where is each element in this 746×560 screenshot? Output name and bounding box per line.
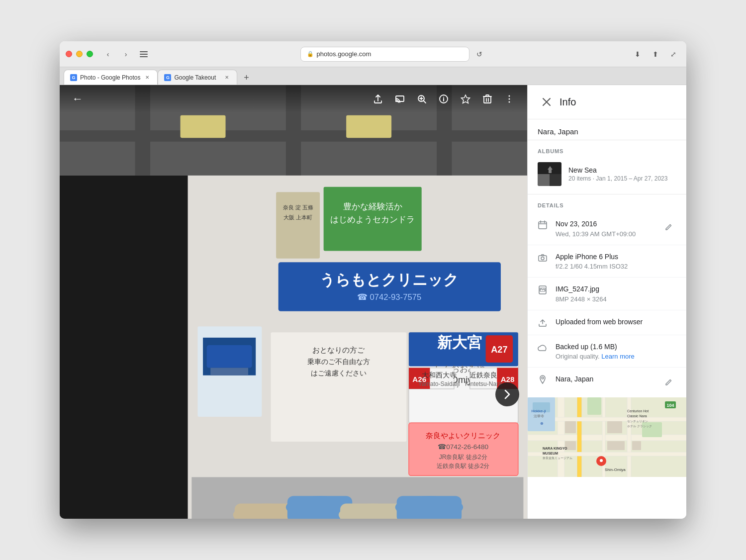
details-section-label: DETAILS [528, 194, 686, 212]
svg-rect-91 [538, 174, 550, 186]
titlebar: ‹ › 🔒 photos.google.com ↺ ⬇ ⬆ ⤢ [60, 41, 686, 67]
backup-detail-content: Backed up (1.6 MB) Original quality. Lea… [556, 342, 676, 361]
address-bar[interactable]: 🔒 photos.google.com [300, 47, 469, 62]
close-icon [542, 97, 551, 106]
svg-rect-114 [565, 421, 576, 433]
photo-viewer: ← [60, 85, 527, 519]
svg-text:近鉄奈良: 近鉄奈良 [469, 372, 497, 379]
info-close-button[interactable] [538, 93, 556, 111]
svg-rect-76 [340, 503, 405, 519]
calendar-icon [538, 220, 548, 230]
minimize-button[interactable] [76, 51, 83, 57]
svg-text:奈良金魚ミュージアム: 奈良金魚ミュージアム [543, 456, 572, 460]
date-edit-button[interactable] [660, 219, 676, 235]
info-header: Info [528, 85, 686, 119]
tab-close-photos[interactable]: ✕ [143, 74, 151, 82]
photo-image-area: 豊かな経験活か はじめようセカンドラ うらもとクリニック ☎ 0742-93-7… [60, 85, 527, 519]
tabs-bar: G Photo - Google Photos ✕ G Google Takeo… [60, 67, 686, 85]
svg-text:Yamato-Saidaiji: Yamato-Saidaiji [418, 380, 460, 387]
svg-rect-2 [140, 56, 148, 57]
tab-favicon-photos: G [70, 74, 77, 81]
svg-point-11 [509, 101, 510, 103]
album-item[interactable]: New Sea 20 items · Jan 1, 2015 – Apr 27,… [528, 158, 686, 194]
svg-rect-112 [607, 441, 625, 450]
date-primary: Nov 23, 2016 [556, 219, 653, 229]
svg-rect-1 [140, 54, 148, 55]
album-meta: 20 items · Jan 1, 2015 – Apr 27, 2023 [568, 175, 667, 182]
tab-close-takeout[interactable]: ✕ [223, 74, 231, 82]
address-bar-container: 🔒 photos.google.com ↺ [159, 47, 627, 62]
svg-text:大和西大寺: 大和西大寺 [422, 372, 457, 379]
cast-button[interactable] [390, 89, 410, 109]
photo-next-button[interactable] [495, 382, 519, 406]
info-panel: Info Nara, Japan ALBUMS [527, 85, 686, 519]
detail-row-location: Nara, Japan [528, 368, 686, 397]
map-area[interactable]: Hokke-ji 法華寺 ⊕ NARA KINGYO MUSEUM 奈良金魚ミュ… [528, 397, 686, 477]
tab-favicon-takeout: G [164, 74, 171, 81]
browser-window: ‹ › 🔒 photos.google.com ↺ ⬇ ⬆ ⤢ G [60, 41, 686, 519]
svg-rect-21 [60, 176, 188, 519]
svg-text:奈良 淀 五條: 奈良 淀 五條 [283, 204, 313, 210]
location-edit-button[interactable] [660, 374, 676, 390]
backup-primary: Backed up (1.6 MB) [556, 342, 676, 352]
titlebar-right: ⬇ ⬆ ⤢ [631, 47, 680, 61]
more-options-button[interactable] [499, 89, 519, 109]
svg-text:新大宮: 新大宮 [437, 334, 482, 351]
reload-button[interactable]: ↺ [473, 48, 485, 60]
date-detail-content: Nov 23, 2016 Wed, 10:39 AM GMT+09:00 [556, 219, 653, 238]
upload-icon [538, 318, 548, 328]
svg-rect-101 [528, 435, 686, 441]
svg-text:はじめようセカンドラ: はじめようセカンドラ [330, 215, 415, 224]
sidebar-icon [140, 51, 148, 57]
svg-point-6 [443, 97, 444, 98]
new-tab-button[interactable]: + [239, 71, 253, 85]
forward-nav-button[interactable]: › [119, 47, 133, 61]
info-icon [439, 94, 449, 104]
camera-detail-content: Apple iPhone 6 Plus f/2.2 1/60 4.15mm IS… [556, 252, 676, 271]
info-location-top: Nara, Japan [528, 119, 686, 140]
album-thumbnail [538, 162, 561, 186]
upload-detail-content: Uploaded from web browser [556, 317, 676, 327]
svg-text:はご遠慮ください: はご遠慮ください [311, 370, 367, 377]
more-icon [508, 94, 510, 103]
svg-rect-109 [587, 397, 601, 415]
fullscreen-button[interactable]: ⤢ [666, 47, 680, 61]
location-pin-icon [538, 375, 548, 385]
learn-more-link[interactable]: Learn more [601, 353, 634, 360]
svg-point-98 [542, 377, 544, 379]
svg-rect-19 [346, 115, 391, 138]
svg-text:Centurion Hot: Centurion Hot [627, 409, 649, 413]
svg-rect-25 [207, 345, 252, 368]
zoom-button[interactable] [412, 89, 432, 109]
edit-icon [664, 223, 672, 231]
close-button[interactable] [66, 51, 72, 57]
share-icon [373, 94, 383, 104]
info-button[interactable] [434, 89, 454, 109]
svg-point-9 [509, 95, 510, 97]
tab-photos[interactable]: G Photo - Google Photos ✕ [64, 70, 158, 85]
details-section: Nov 23, 2016 Wed, 10:39 AM GMT+09:00 [528, 212, 686, 397]
svg-rect-93 [539, 222, 547, 229]
info-panel-title: Info [560, 96, 576, 108]
map-image: Hokke-ji 法華寺 ⊕ NARA KINGYO MUSEUM 奈良金魚ミュ… [528, 397, 686, 477]
share-button[interactable]: ⬆ [649, 47, 662, 61]
maximize-button[interactable] [87, 51, 93, 57]
svg-point-95 [541, 257, 544, 260]
svg-rect-81 [397, 496, 462, 519]
sidebar-toggle-button[interactable] [137, 47, 151, 61]
favorite-button[interactable] [456, 89, 475, 109]
svg-text:Classic Nara: Classic Nara [627, 414, 647, 418]
svg-text:うらもとクリニック: うらもとクリニック [320, 272, 459, 288]
photo-back-button[interactable]: ← [68, 89, 88, 109]
svg-text:NARA KINGYO: NARA KINGYO [543, 447, 567, 450]
tab-takeout[interactable]: G Google Takeout ✕ [158, 70, 237, 85]
download-button[interactable]: ⬇ [631, 47, 645, 61]
svg-text:JR奈良駅 徒歩2分: JR奈良駅 徒歩2分 [439, 454, 487, 461]
detail-row-upload: Uploaded from web browser [528, 310, 686, 335]
svg-rect-94 [539, 256, 547, 261]
album-thumb-image [538, 162, 561, 186]
back-nav-button[interactable]: ‹ [101, 47, 115, 61]
share-photo-button[interactable] [368, 89, 388, 109]
delete-button[interactable] [477, 89, 497, 109]
svg-point-129 [600, 459, 603, 462]
